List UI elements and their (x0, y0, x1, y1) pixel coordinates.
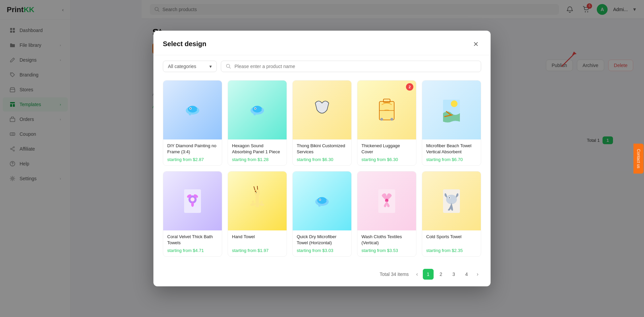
product-card-5[interactable]: Microfiber Beach Towel Vertical Absorben… (422, 80, 481, 166)
pagination-prev-button[interactable]: ‹ (413, 270, 420, 279)
modal-overlay[interactable]: Select design ✕ All categories ▾ DIY Dia… (0, 0, 644, 317)
category-label: All categories (168, 64, 196, 69)
category-select[interactable]: All categories ▾ (163, 61, 217, 72)
product-price: starting from $6.30 (361, 157, 412, 162)
product-image (422, 171, 481, 230)
product-image (228, 171, 287, 230)
modal-title: Select design (163, 40, 206, 48)
product-info: Microfiber Beach Towel Vertical Absorben… (422, 139, 481, 165)
product-card-9[interactable]: Wash Cloths Textiles (Vertical) starting… (357, 171, 416, 257)
svg-point-44 (191, 202, 194, 207)
svg-point-38 (451, 100, 458, 107)
product-price: starting from $3.03 (297, 248, 347, 253)
product-name: Wash Cloths Textiles (Vertical) (361, 234, 412, 246)
svg-point-41 (191, 197, 195, 201)
svg-point-50 (261, 201, 263, 203)
svg-point-56 (320, 199, 321, 200)
product-image (163, 81, 222, 139)
product-info: Coral Velvet Thick Bath Towels starting … (163, 230, 222, 256)
product-name: Quick Dry Microfiber Towel (Horizontal) (297, 234, 347, 246)
contact-us-button[interactable]: Contact us (633, 144, 643, 173)
product-name: Cold Sports Towel (426, 234, 477, 246)
product-info: Thickened Luggage Cover starting from $6… (357, 139, 416, 165)
product-badge: 2 (406, 83, 413, 91)
product-price: starting from $2.87 (167, 157, 218, 162)
svg-point-25 (188, 106, 197, 113)
product-card-8[interactable]: Quick Dry Microfiber Towel (Horizontal) … (292, 171, 352, 257)
product-name: Thong Bikini Customized Services (297, 143, 347, 155)
page-button-4[interactable]: 4 (461, 269, 472, 280)
modal-close-button[interactable]: ✕ (470, 39, 481, 50)
product-image: 2 (357, 81, 416, 139)
page-button-2[interactable]: 2 (436, 269, 446, 280)
product-info: Hexagon Sound Absorbing Panel 1 Piece st… (228, 139, 287, 165)
product-name-input[interactable] (234, 64, 476, 69)
product-price: starting from $6.30 (297, 157, 347, 162)
products-grid: DIY Diamond Painting no Frame (3:4) star… (163, 77, 481, 260)
product-image (422, 81, 481, 139)
product-card-4[interactable]: 2 Thickened Luggage Cover starting from … (357, 80, 416, 166)
product-info: Quick Dry Microfiber Towel (Horizontal) … (293, 230, 351, 256)
product-image (163, 171, 222, 230)
products-grid-container: DIY Diamond Painting no Frame (3:4) star… (153, 77, 491, 265)
modal-filters: All categories ▾ (153, 55, 491, 77)
product-name: Microfiber Beach Towel Vertical Absorben… (426, 143, 477, 155)
svg-point-49 (259, 202, 264, 206)
svg-point-35 (380, 118, 383, 121)
product-name: Hexagon Sound Absorbing Panel 1 Piece (232, 143, 283, 155)
modal-header: Select design ✕ (153, 31, 491, 55)
product-name: Hand Towel (232, 234, 283, 246)
svg-point-47 (250, 202, 256, 206)
product-name: Coral Velvet Thick Bath Towels (167, 234, 218, 246)
product-image (293, 171, 351, 230)
svg-point-31 (255, 108, 256, 109)
product-card-2[interactable]: Hexagon Sound Absorbing Panel 1 Piece st… (228, 80, 287, 166)
product-name: Thickened Luggage Cover (361, 143, 412, 155)
product-info: Wash Cloths Textiles (Vertical) starting… (357, 230, 416, 256)
product-price: starting from $3.53 (361, 248, 412, 253)
product-card-3[interactable]: Thong Bikini Customized Services startin… (292, 80, 352, 166)
product-image (228, 81, 287, 139)
pagination-next-button[interactable]: › (474, 270, 481, 279)
pagination-total: Total 34 items (380, 272, 409, 277)
svg-point-62 (449, 197, 450, 198)
svg-point-60 (446, 195, 457, 204)
product-image (357, 171, 416, 230)
product-price: starting from $2.35 (426, 248, 477, 253)
product-name-search[interactable] (221, 61, 481, 72)
search-icon (226, 64, 231, 69)
product-card-7[interactable]: Hand Towel starting from $1.97 (228, 171, 287, 257)
svg-rect-46 (256, 195, 259, 207)
svg-point-48 (252, 201, 254, 203)
chevron-down-icon: ▾ (209, 64, 212, 69)
svg-point-52 (256, 192, 257, 193)
product-name: DIY Diamond Painting no Frame (3:4) (167, 143, 218, 155)
product-card-6[interactable]: Coral Velvet Thick Bath Towels starting … (163, 171, 222, 257)
svg-point-54 (317, 197, 327, 204)
product-price: starting from $1.28 (232, 157, 283, 162)
product-info: Hand Towel starting from $1.97 (228, 230, 287, 256)
svg-point-27 (190, 108, 191, 109)
product-card-1[interactable]: DIY Diamond Painting no Frame (3:4) star… (163, 80, 222, 166)
svg-point-36 (390, 118, 393, 121)
product-info: DIY Diamond Painting no Frame (3:4) star… (163, 139, 222, 165)
product-card-10[interactable]: Cold Sports Towel starting from $2.35 (422, 171, 481, 257)
page-button-3[interactable]: 3 (448, 269, 459, 280)
product-price: starting from $4.71 (167, 248, 218, 253)
page-button-1[interactable]: 1 (423, 269, 434, 280)
product-info: Cold Sports Towel starting from $2.35 (422, 230, 481, 256)
product-image (293, 81, 351, 139)
modal-footer: Total 34 items ‹ 1 2 3 4 › (153, 265, 491, 286)
select-design-modal: Select design ✕ All categories ▾ DIY Dia… (153, 31, 491, 287)
product-price: starting from $6.70 (426, 157, 477, 162)
svg-point-23 (226, 64, 230, 67)
product-info: Thong Bikini Customized Services startin… (293, 139, 351, 165)
svg-point-51 (255, 191, 256, 192)
svg-point-29 (253, 106, 262, 113)
product-price: starting from $1.97 (232, 248, 283, 253)
